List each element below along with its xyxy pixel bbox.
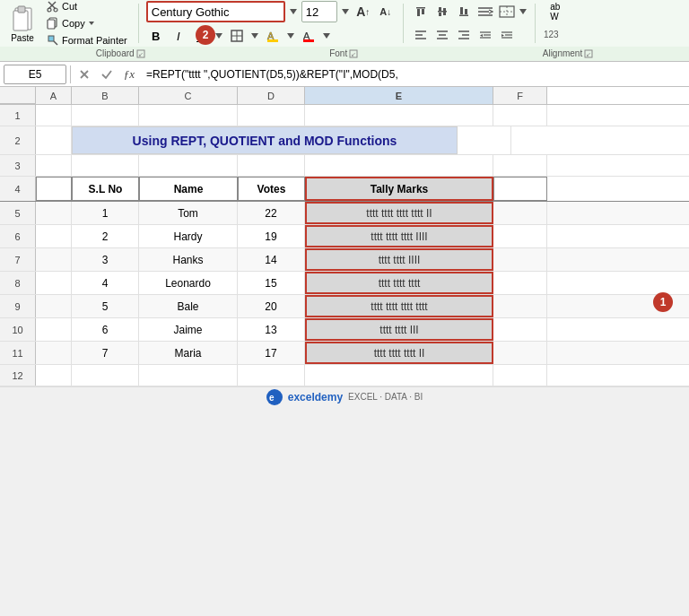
cell-e6[interactable]: tttt tttt tttt IIII [305,225,493,247]
font-name-input[interactable] [146,1,285,22]
grow-font-button[interactable]: A↑ [353,2,373,22]
cell-reference-box[interactable]: E5 [4,65,66,84]
copy-button[interactable]: Copy [43,15,131,31]
col-header-f[interactable]: F [493,87,547,104]
cell-b6[interactable]: 2 [72,225,139,247]
paste-button[interactable]: Paste [5,2,39,46]
row-header-8[interactable]: 8 [0,272,36,294]
cell-a8[interactable] [36,272,72,294]
row-header-1[interactable]: 1 [0,105,36,126]
cell-a5[interactable] [36,202,72,224]
align-bottom-button[interactable] [454,2,474,22]
cell-f2[interactable] [458,126,511,154]
cell-b8[interactable]: 4 [72,272,139,294]
formula-input[interactable] [143,65,685,84]
cancel-formula-button[interactable] [74,65,94,84]
cell-e4[interactable]: Tally Marks [305,177,493,201]
cell-a4[interactable] [36,177,72,201]
cell-a10[interactable] [36,318,72,341]
font-expand-icon[interactable]: ↙ [349,49,358,58]
cell-c8[interactable]: Leonardo [139,272,238,294]
col-header-c[interactable]: C [139,87,238,104]
cell-f4[interactable] [493,177,547,201]
row-header-4[interactable]: 4 [0,177,36,201]
cell-e9[interactable]: tttt tttt tttt tttt [305,295,493,317]
bold-button[interactable]: B [146,26,166,46]
cell-f10[interactable] [493,318,547,341]
col-header-b[interactable]: B [72,87,139,104]
confirm-formula-button[interactable] [97,65,117,84]
align-left-button[interactable] [411,25,431,45]
cell-e7[interactable]: tttt tttt IIII [305,248,493,271]
cell-c7[interactable]: Hanks [139,248,238,271]
cell-f11[interactable] [493,342,547,364]
cell-a7[interactable] [36,248,72,271]
cell-f8[interactable] [493,272,547,294]
format-painter-button[interactable]: Format Painter [43,32,131,48]
cell-a11[interactable] [36,342,72,364]
font-name-dropdown-icon[interactable] [288,6,299,17]
align-center-button[interactable] [432,25,452,45]
clipboard-expand-icon[interactable]: ↙ [136,49,145,58]
cell-d5[interactable]: 22 [238,202,305,224]
merge-center-button[interactable] [497,2,517,22]
cell-d1[interactable] [238,105,305,126]
cell-a3[interactable] [36,155,72,176]
cell-c11[interactable]: Maria [139,342,238,364]
cell-d12[interactable] [238,365,305,386]
cell-b5[interactable]: 1 [72,202,139,224]
font-size-dropdown-icon[interactable] [340,6,351,17]
cell-d3[interactable] [238,155,305,176]
cell-a9[interactable] [36,295,72,317]
row-header-10[interactable]: 10 [0,318,36,341]
wrap-text-button[interactable] [475,2,495,22]
cell-d8[interactable]: 15 [238,272,305,294]
shrink-font-button[interactable]: A↓ [376,2,396,22]
cell-f1[interactable] [493,105,547,126]
cell-c12[interactable] [139,365,238,386]
row-header-5[interactable]: 5 [0,202,36,224]
ab-wrap-button[interactable]: abW [543,2,568,22]
fill-color-button[interactable]: A [263,26,283,46]
number-format-button[interactable]: 123 [543,25,563,45]
font-color-button[interactable]: A [299,26,318,46]
cell-c4[interactable]: Name [139,177,238,201]
cell-b12[interactable] [72,365,139,386]
cell-d4[interactable]: Votes [238,177,305,201]
align-right-button[interactable] [454,25,474,45]
row-header-11[interactable]: 11 [0,342,36,364]
borders-dropdown-icon[interactable] [249,30,260,41]
cell-d7[interactable]: 14 [238,248,305,271]
cell-e1[interactable] [305,105,493,126]
cell-b3[interactable] [72,155,139,176]
cell-e10[interactable]: tttt tttt III [305,318,493,341]
cell-f12[interactable] [493,365,547,386]
cell-d10[interactable]: 13 [238,318,305,341]
italic-button[interactable]: I [169,26,188,46]
cell-f3[interactable] [493,155,547,176]
cell-a1[interactable] [36,105,72,126]
cell-f7[interactable] [493,248,547,271]
cell-f9[interactable] [493,295,547,317]
alignment-expand-icon[interactable]: ↙ [584,49,593,58]
cell-c6[interactable]: Hardy [139,225,238,247]
row-header-7[interactable]: 7 [0,248,36,271]
cell-d9[interactable]: 20 [238,295,305,317]
col-header-d[interactable]: D [238,87,305,104]
cell-c3[interactable] [139,155,238,176]
col-header-a[interactable]: A [36,87,72,104]
row-header-9[interactable]: 9 [0,295,36,317]
align-middle-button[interactable] [432,2,452,22]
cell-c9[interactable]: Bale [139,295,238,317]
fill-color-dropdown-icon[interactable] [285,30,296,41]
align-top-button[interactable] [411,2,431,22]
cell-f5[interactable] [493,202,547,224]
cell-e12[interactable] [305,365,493,386]
cell-e3[interactable] [305,155,493,176]
row-header-2[interactable]: 2 [0,126,36,154]
title-cell[interactable]: Using REPT, QUOTIENT and MOD Functions [72,126,458,154]
cell-b9[interactable]: 5 [72,295,139,317]
cell-d11[interactable]: 17 [238,342,305,364]
cut-button[interactable]: Cut [43,0,131,14]
insert-function-button[interactable]: ƒx [119,65,139,84]
